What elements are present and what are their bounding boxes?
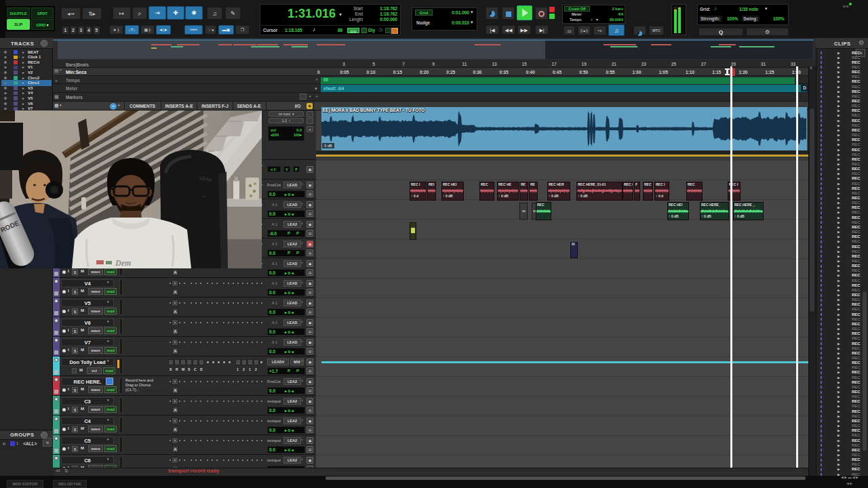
- svg-text:Dem: Dem: [115, 258, 131, 268]
